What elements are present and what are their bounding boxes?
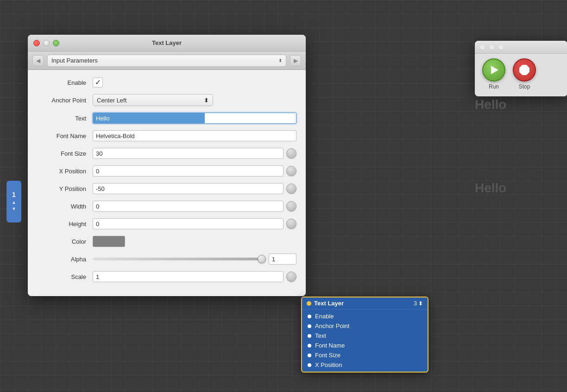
fontname-control: [93, 130, 296, 141]
ypos-control: [93, 183, 296, 194]
rs-titlebar: [475, 41, 567, 54]
param-row-text: Text: [37, 113, 296, 124]
layer-panel-header: Text Layer 3 ⬍: [302, 297, 428, 310]
enable-checkbox[interactable]: ✓: [93, 77, 103, 88]
stepper-arrows: ▲ ▼: [9, 199, 19, 212]
params-dropdown-label: Input Parameters: [51, 57, 98, 64]
ypos-knob[interactable]: [286, 183, 296, 194]
window-toolbar: ◀ Input Parameters ⬍ ▶: [28, 51, 306, 70]
fontsize-input[interactable]: [93, 148, 284, 159]
list-item[interactable]: Anchor Point: [302, 321, 428, 331]
main-window: Text Layer ◀ Input Parameters ⬍ ▶ Enable…: [28, 35, 306, 296]
height-label: Height: [37, 221, 93, 228]
color-swatch[interactable]: [93, 236, 125, 247]
enable-label: Enable: [37, 79, 93, 86]
item-dot-icon: [308, 334, 311, 338]
dropdown-arrow-icon: ⬍: [278, 58, 282, 63]
layer-panel: Text Layer 3 ⬍ Enable Anchor Point Text …: [301, 297, 428, 373]
close-button[interactable]: [33, 40, 40, 46]
list-item[interactable]: Font Name: [302, 341, 428, 350]
preview-hello-1: Hello: [475, 97, 506, 112]
anchor-dropdown-value: Center Left: [97, 97, 126, 104]
window-title: Text Layer: [152, 39, 182, 46]
fontname-input[interactable]: [93, 130, 296, 141]
list-item[interactable]: Font Size: [302, 350, 428, 360]
param-row-anchor: Anchor Point Center Left ⬍: [37, 94, 296, 106]
xpos-knob[interactable]: [286, 166, 296, 176]
run-stop-window: Run Stop: [475, 41, 567, 96]
scale-control: [93, 271, 296, 282]
height-control: [93, 218, 296, 229]
ypos-input[interactable]: [93, 183, 284, 194]
stop-button[interactable]: Stop: [513, 58, 536, 90]
stop-shape-icon: [519, 65, 529, 75]
params-dropdown[interactable]: Input Parameters ⬍: [47, 55, 286, 67]
alpha-label: Alpha: [37, 256, 93, 263]
run-icon: [482, 58, 505, 82]
item-dot-icon: [308, 315, 311, 318]
stepper-up-button[interactable]: ▲: [9, 199, 19, 206]
alpha-control: [93, 253, 296, 265]
alpha-thumb[interactable]: [258, 255, 266, 263]
stepper-value: 1: [12, 191, 16, 198]
nav-forward-button[interactable]: ▶: [290, 55, 301, 66]
rs-close-button[interactable]: [479, 44, 485, 50]
anchor-dropdown[interactable]: Center Left ⬍: [93, 94, 213, 106]
xpos-input[interactable]: [93, 165, 284, 177]
width-knob[interactable]: [286, 201, 296, 211]
param-row-fontname: Font Name: [37, 130, 296, 141]
param-row-fontsize: Font Size: [37, 148, 296, 159]
item-label: Text: [315, 332, 326, 339]
preview-area-2: Hello: [475, 181, 506, 196]
fontsize-knob[interactable]: [286, 148, 296, 158]
stop-icon: [513, 58, 536, 82]
layer-panel-num: 3 ⬍: [414, 300, 423, 307]
fontsize-control: [93, 148, 296, 159]
rs-minimize-button[interactable]: [489, 44, 495, 50]
param-row-scale: Scale: [37, 271, 296, 282]
height-input[interactable]: [93, 218, 284, 229]
item-label: Font Size: [315, 352, 340, 359]
item-label: Enable: [315, 313, 334, 320]
scale-knob[interactable]: [286, 272, 296, 282]
alpha-slider[interactable]: [93, 258, 266, 260]
param-row-color: Color: [37, 236, 296, 247]
nav-back-button[interactable]: ◀: [32, 55, 44, 66]
preview-hello-2: Hello: [475, 181, 506, 195]
height-knob[interactable]: [286, 219, 296, 229]
side-stepper[interactable]: 1 ▲ ▼: [6, 181, 21, 222]
item-dot-icon: [308, 324, 311, 328]
layer-stepper-icon[interactable]: ⬍: [418, 300, 423, 307]
width-input[interactable]: [93, 201, 284, 212]
minimize-button[interactable]: [43, 40, 50, 46]
rs-maximize-button[interactable]: [498, 44, 504, 50]
layer-items: Enable Anchor Point Text Font Name Font …: [302, 310, 428, 372]
stepper-down-button[interactable]: ▼: [9, 206, 19, 212]
anchor-dropdown-arrow: ⬍: [204, 97, 209, 104]
run-label: Run: [489, 83, 499, 90]
layer-number: 3: [414, 300, 417, 307]
maximize-button[interactable]: [53, 40, 59, 46]
param-row-width: Width: [37, 201, 296, 212]
item-label: X Position: [315, 361, 342, 368]
xpos-label: X Position: [37, 168, 93, 175]
params-content: Enable ✓ Anchor Point Center Left ⬍ Text: [28, 70, 306, 296]
item-dot-icon: [308, 354, 311, 357]
param-row-xpos: X Position: [37, 165, 296, 177]
xpos-control: [93, 165, 296, 177]
fontname-label: Font Name: [37, 133, 93, 139]
scale-input[interactable]: [93, 271, 284, 282]
layer-dot-icon: [307, 301, 311, 306]
item-dot-icon: [308, 363, 311, 367]
run-button[interactable]: Run: [482, 58, 505, 90]
list-item[interactable]: X Position: [302, 360, 428, 370]
text-input[interactable]: [93, 113, 296, 124]
text-control: [93, 113, 296, 124]
ypos-label: Y Position: [37, 185, 93, 192]
color-label: Color: [37, 238, 93, 245]
fontsize-label: Font Size: [37, 150, 93, 157]
stop-label: Stop: [519, 83, 530, 90]
list-item[interactable]: Enable: [302, 311, 428, 321]
alpha-input[interactable]: [269, 253, 296, 265]
list-item[interactable]: Text: [302, 331, 428, 341]
